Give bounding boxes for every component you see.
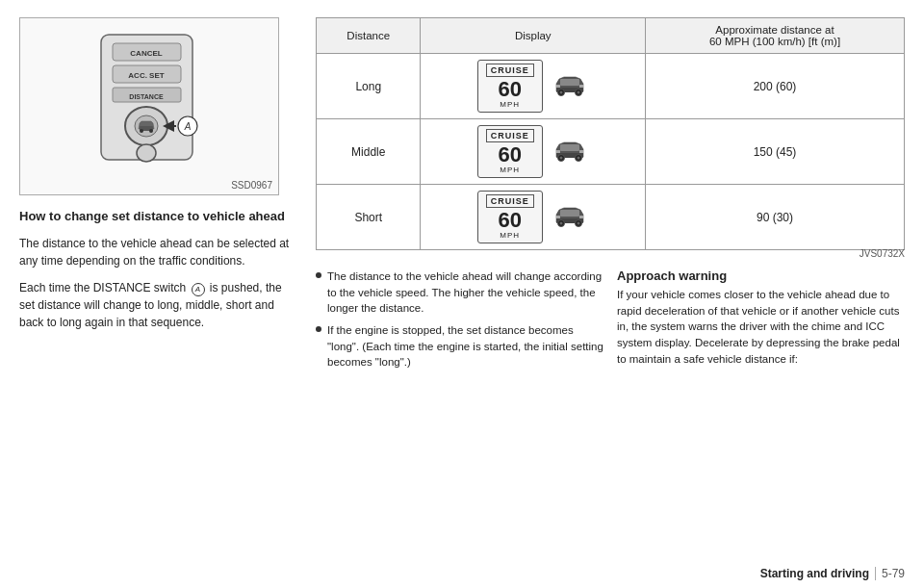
- svg-point-21: [577, 91, 579, 94]
- left-column: CANCEL ACC. SET DISTANCE: [19, 17, 298, 578]
- bottom-row: The distance to the vehicle ahead will c…: [316, 268, 905, 376]
- svg-text:ACC. SET: ACC. SET: [128, 71, 164, 80]
- cruise-label-0: CRUISE: [486, 64, 534, 77]
- cell-approx-1: 150 (45): [646, 119, 905, 185]
- footer-chapter: Starting and driving: [760, 567, 869, 580]
- cell-approx-2: 90 (30): [646, 185, 905, 250]
- cruise-display-1: CRUISE 60 MPH: [477, 125, 543, 178]
- cruise-label-2: CRUISE: [486, 194, 534, 208]
- section-title: How to change set distance to vehicle ah…: [19, 209, 298, 225]
- svg-rect-38: [555, 216, 560, 218]
- bullet-text-1: The distance to the vehicle ahead will c…: [327, 268, 603, 317]
- para2-text: Each time the DISTANCE switch: [19, 281, 186, 294]
- svg-text:CANCEL: CANCEL: [130, 49, 162, 58]
- bullet-item-1: The distance to the vehicle ahead will c…: [316, 268, 603, 317]
- bullet-dot-1: [316, 272, 321, 278]
- table-row: Long CRUISE 60 MPH 200 (60): [317, 54, 905, 119]
- cruise-unit-2: MPH: [500, 231, 520, 240]
- cruise-display-0: CRUISE 60 MPH: [477, 60, 543, 113]
- distance-table: Distance Display Approximate distance at…: [316, 17, 905, 250]
- cell-distance-1: Middle: [317, 119, 421, 185]
- car-icon: [551, 201, 589, 230]
- bullet-dot-2: [316, 326, 321, 332]
- col-header-distance: Distance: [317, 18, 421, 54]
- bullet-text-2: If the engine is stopped, the set distan…: [327, 322, 603, 371]
- cruise-unit-1: MPH: [500, 166, 520, 174]
- circle-a-inline: A: [192, 283, 205, 296]
- diagram-illustration: CANCEL ACC. SET DISTANCE: [63, 30, 236, 184]
- diagram-label: SSD0967: [231, 180, 272, 191]
- svg-point-37: [577, 222, 579, 225]
- svg-rect-23: [579, 85, 584, 88]
- car-icon-0: [551, 70, 589, 102]
- cruise-speed-2: 60: [499, 210, 522, 231]
- approach-title: Approach warning: [617, 268, 905, 283]
- col-header-display: Display: [421, 18, 646, 54]
- svg-rect-17: [560, 79, 579, 86]
- cell-display-1: CRUISE 60 MPH: [421, 119, 646, 185]
- approach-text: If your vehicle comes closer to the vehi…: [617, 287, 905, 367]
- svg-point-10: [140, 129, 143, 133]
- diagram-box: CANCEL ACC. SET DISTANCE: [19, 17, 279, 195]
- table-footnote: JVS0732X: [316, 248, 905, 259]
- para2: Each time the DISTANCE switch A is pushe…: [19, 279, 298, 331]
- approach-section: Approach warning If your vehicle comes c…: [617, 268, 905, 376]
- svg-rect-33: [560, 210, 579, 217]
- right-column: Distance Display Approximate distance at…: [316, 17, 905, 578]
- table-row: Short CRUISE 60 MPH 90 (30): [317, 185, 905, 250]
- table-row: Middle CRUISE 60 MPH 150 (45): [317, 119, 905, 185]
- cruise-unit-0: MPH: [500, 100, 520, 109]
- distance-table-container: Distance Display Approximate distance at…: [316, 17, 905, 259]
- para1: The distance to the vehicle ahead can be…: [19, 235, 298, 269]
- svg-text:DISTANCE: DISTANCE: [129, 92, 164, 99]
- svg-rect-39: [579, 216, 584, 218]
- svg-rect-30: [555, 150, 560, 153]
- cell-distance-2: Short: [317, 185, 421, 250]
- svg-point-20: [559, 91, 562, 94]
- col-header-approx: Approximate distance at60 MPH (100 km/h)…: [646, 18, 905, 54]
- cell-display-0: CRUISE 60 MPH: [421, 54, 646, 119]
- svg-rect-25: [560, 144, 579, 151]
- cruise-display-2: CRUISE 60 MPH: [477, 191, 543, 243]
- control-panel-svg: CANCEL ACC. SET DISTANCE: [63, 30, 236, 179]
- car-icon: [551, 136, 589, 165]
- cruise-label-1: CRUISE: [486, 129, 534, 142]
- page-footer: Starting and driving 5-79: [760, 567, 905, 580]
- cruise-speed-1: 60: [499, 144, 522, 166]
- footer-divider: [875, 567, 876, 580]
- svg-point-28: [559, 157, 562, 160]
- cell-display-2: CRUISE 60 MPH: [421, 185, 646, 250]
- svg-point-36: [559, 222, 562, 225]
- bullet-item-2: If the engine is stopped, the set distan…: [316, 322, 603, 371]
- bullet-section: The distance to the vehicle ahead will c…: [316, 268, 603, 376]
- footer-page: 5-79: [882, 567, 905, 580]
- cell-approx-0: 200 (60): [646, 54, 905, 119]
- cell-distance-0: Long: [317, 54, 421, 119]
- cruise-speed-0: 60: [499, 79, 522, 100]
- svg-point-11: [149, 129, 153, 133]
- car-icon-2: [551, 201, 589, 233]
- svg-rect-22: [555, 85, 560, 88]
- car-icon-1: [551, 136, 589, 167]
- car-icon: [551, 70, 589, 99]
- svg-point-15: [137, 144, 156, 162]
- svg-text:A: A: [184, 121, 192, 132]
- svg-point-29: [577, 157, 579, 160]
- svg-rect-31: [579, 150, 584, 153]
